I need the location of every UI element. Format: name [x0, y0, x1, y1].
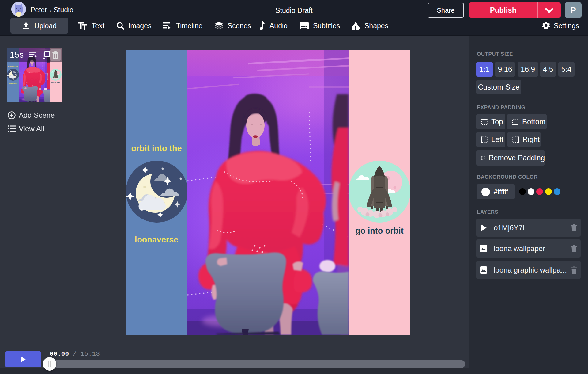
svg-text:orbit into the: orbit into the [131, 144, 182, 153]
svg-text:loonaverse: loonaverse [135, 235, 179, 244]
svg-text:go into orbit: go into orbit [355, 226, 403, 235]
